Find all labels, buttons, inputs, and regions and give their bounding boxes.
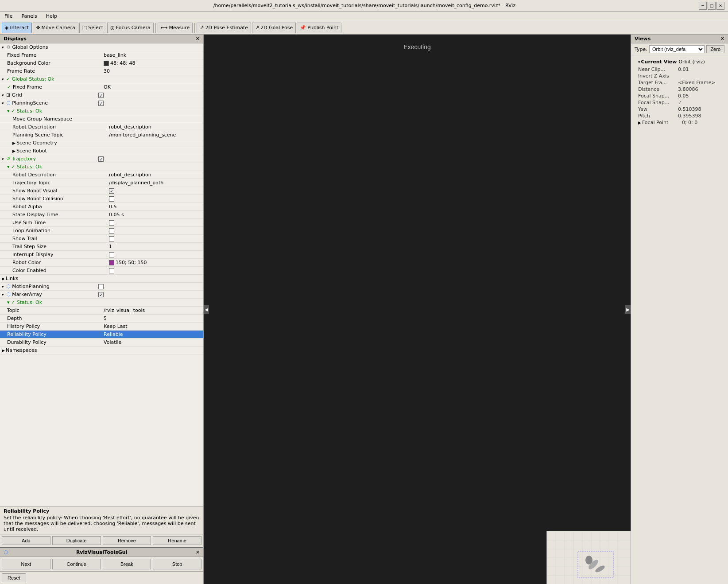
planning-scene-topic-value: /monitored_planning_scene xyxy=(109,132,176,138)
tree-row-loop-animation[interactable]: Loop Animation xyxy=(0,227,203,235)
zero-button[interactable]: Zero xyxy=(706,45,724,53)
stop-button[interactable]: Stop xyxy=(153,559,201,569)
tree-row-global-options[interactable]: ▾ ⚙ Global Options xyxy=(0,43,203,51)
tree-row-state-display-time[interactable]: State Display Time 0.05 s xyxy=(0,211,203,219)
minimize-button[interactable]: ─ xyxy=(699,2,707,10)
tree-row-show-robot-collision[interactable]: Show Robot Collision xyxy=(0,195,203,203)
focal-point-label: Focal Point xyxy=(642,120,682,125)
tree-row-ma-status[interactable]: ▾ ✓ Status: Ok xyxy=(0,299,203,307)
2d-goal-pose-button[interactable]: ↗ 2D Goal Pose xyxy=(252,23,296,33)
tree-row-color-enabled[interactable]: Color Enabled xyxy=(0,267,203,275)
3d-viewport[interactable]: Executing ◀ ▶ xyxy=(204,35,631,584)
toolbar: ◈ Interact ✥ Move Camera ⬚ Select ◎ Focu… xyxy=(0,21,728,35)
tree-row-ma-depth[interactable]: Depth 5 xyxy=(0,315,203,323)
ma-reliability-policy-label: Reliability Policy xyxy=(7,331,46,337)
tree-row-grid[interactable]: ▾ ⊞ Grid xyxy=(0,91,203,99)
fixed-frame-ok-label: Fixed Frame xyxy=(11,84,42,90)
tree-row-move-group-ns[interactable]: Move Group Namespace xyxy=(0,115,203,123)
views-panel: Views ✕ Type: Orbit (rviz_defa Zero ▾ Cu… xyxy=(631,35,728,584)
trajectory-checkbox xyxy=(98,156,104,162)
tree-row-frame-rate[interactable]: Frame Rate 30 xyxy=(0,67,203,75)
tree-row-traj-topic[interactable]: Trajectory Topic /display_planned_path xyxy=(0,179,203,187)
tree-row-motion-planning[interactable]: ▾ ⬡ MotionPlanning xyxy=(0,283,203,291)
rviz-tools-close[interactable]: ✕ xyxy=(196,549,200,555)
state-display-time-value: 0.05 s xyxy=(109,212,124,218)
tree-row-trajectory[interactable]: ▾ ↺ Trajectory xyxy=(0,155,203,163)
viewport-panel[interactable]: Executing ◀ ▶ xyxy=(204,35,631,584)
views-type-select[interactable]: Orbit (rviz_defa xyxy=(649,45,705,53)
show-trail-cb xyxy=(109,236,114,241)
links-label: Links xyxy=(6,276,18,281)
views-focal-point: ▶ Focal Point 0; 0; 0 xyxy=(638,120,721,125)
tree-row-show-robot-visual[interactable]: Show Robot Visual xyxy=(0,187,203,195)
expand-scene-geometry: ▶ xyxy=(12,141,15,145)
window-controls[interactable]: ─ □ ✕ xyxy=(699,2,724,10)
viewport-arrow-right[interactable]: ▶ xyxy=(625,305,631,314)
duplicate-button[interactable]: Duplicate xyxy=(52,536,101,545)
displays-panel-header: Displays ✕ xyxy=(0,35,203,43)
displays-panel-title: Displays xyxy=(4,36,27,42)
tree-row-global-status[interactable]: ▾ ✓ Global Status: Ok xyxy=(0,75,203,83)
select-button[interactable]: ⬚ Select xyxy=(79,23,106,33)
tree-row-fixed-frame[interactable]: Fixed Frame base_link xyxy=(0,51,203,59)
loop-animation-cb xyxy=(109,228,114,234)
robot-color-value: 150; 50; 150 xyxy=(116,260,147,265)
tree-row-fixed-frame-ok[interactable]: ✓ Fixed Frame OK xyxy=(0,83,203,91)
tree-row-ps-status[interactable]: ▾ ✓ Status: Ok xyxy=(0,107,203,115)
tree-row-trail-step-size[interactable]: Trail Step Size 1 xyxy=(0,243,203,251)
tree-row-links[interactable]: ▶Links xyxy=(0,275,203,283)
menu-file[interactable]: File xyxy=(2,13,15,19)
publish-point-button[interactable]: 📌 Publish Point xyxy=(297,23,341,33)
rviz-tools-panel: ⬡ RvizVisualToolsGui ✕ Next Continue Bre… xyxy=(0,547,203,571)
continue-button[interactable]: Continue xyxy=(52,559,101,569)
tree-row-robot-alpha[interactable]: Robot Alpha 0.5 xyxy=(0,203,203,211)
displays-panel: Displays ✕ ▾ ⚙ Global Options Fixed Fram… xyxy=(0,35,204,584)
tree-row-background-color[interactable]: Background Color 48; 48; 48 xyxy=(0,59,203,67)
menu-panels[interactable]: Panels xyxy=(19,13,39,19)
ma-reliability-policy-value: Reliable xyxy=(104,331,123,337)
tree-row-traj-robot-desc[interactable]: Robot Description robot_description xyxy=(0,171,203,179)
tree-row-show-trail[interactable]: Show Trail xyxy=(0,235,203,243)
remove-button[interactable]: Remove xyxy=(103,536,151,545)
show-robot-collision-cb xyxy=(109,196,114,202)
rename-button[interactable]: Rename xyxy=(153,536,201,545)
focus-camera-button[interactable]: ◎ Focus Camera xyxy=(107,23,154,33)
next-button[interactable]: Next xyxy=(2,559,50,569)
restore-button[interactable]: □ xyxy=(708,2,716,10)
menu-help[interactable]: Help xyxy=(43,13,60,19)
close-button[interactable]: ✕ xyxy=(716,2,724,10)
tree-row-scene-geometry[interactable]: ▶Scene Geometry xyxy=(0,139,203,147)
2d-pose-estimate-button[interactable]: ↗ 2D Pose Estimate xyxy=(197,23,251,33)
add-button[interactable]: Add xyxy=(2,536,50,545)
viewport-arrow-left[interactable]: ◀ xyxy=(204,305,209,314)
views-panel-close[interactable]: ✕ xyxy=(720,36,724,42)
tree-row-robot-desc[interactable]: Robot Description robot_description xyxy=(0,123,203,131)
move-camera-button[interactable]: ✥ Move Camera xyxy=(33,23,78,33)
traj-robot-desc-value: robot_description xyxy=(109,172,151,178)
use-sim-time-cb xyxy=(109,220,114,226)
tree-row-marker-array[interactable]: ▾ ⬡ MarkerArray xyxy=(0,291,203,299)
displays-panel-close[interactable]: ✕ xyxy=(196,36,200,42)
measure-button[interactable]: ⟷ Measure xyxy=(158,23,193,33)
tree-row-scene-robot[interactable]: ▶Scene Robot xyxy=(0,147,203,155)
tree-row-robot-color[interactable]: Robot Color 150; 50; 150 xyxy=(0,259,203,267)
tree-row-planning-scene-topic[interactable]: Planning Scene Topic /monitored_planning… xyxy=(0,131,203,139)
state-display-time-label: State Display Time xyxy=(12,212,58,218)
tree-row-ma-history-policy[interactable]: History Policy Keep Last xyxy=(0,323,203,331)
rviz-tools-title: RvizVisualToolsGui xyxy=(76,549,128,555)
background-color-swatch xyxy=(104,61,109,66)
tree-row-planning-scene[interactable]: ▾ ⬡ PlanningScene xyxy=(0,99,203,107)
break-button[interactable]: Break xyxy=(103,559,151,569)
tree-row-ma-reliability-policy[interactable]: Reliability Policy Reliable xyxy=(0,331,203,339)
interact-button[interactable]: ◈ Interact xyxy=(2,23,32,33)
reset-button[interactable]: Reset xyxy=(2,573,26,582)
tree-row-ma-durability-policy[interactable]: Durability Policy Volatile xyxy=(0,339,203,347)
tree-row-use-sim-time[interactable]: Use Sim Time xyxy=(0,219,203,227)
motion-planning-cb xyxy=(98,284,104,289)
tree-row-interrupt-display[interactable]: Interrupt Display xyxy=(0,251,203,259)
tree-row-traj-status[interactable]: ▾ ✓ Status: Ok xyxy=(0,163,203,171)
tree-row-ma-topic[interactable]: Topic /rviz_visual_tools xyxy=(0,307,203,315)
tree-row-namespaces[interactable]: ▶Namespaces xyxy=(0,347,203,354)
minimap xyxy=(546,531,631,584)
ma-depth-label: Depth xyxy=(7,315,22,321)
